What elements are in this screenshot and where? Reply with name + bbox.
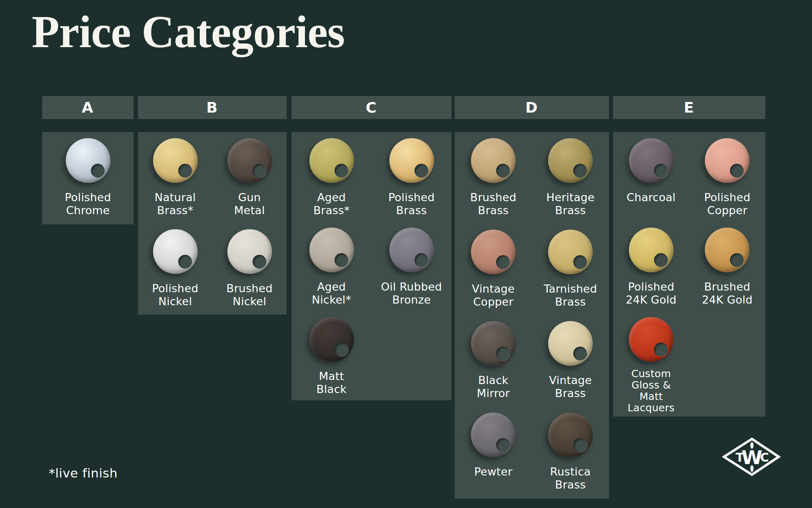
finish-swatch: [548, 321, 593, 366]
finish-cell: Polished Brass: [371, 132, 451, 221]
finish-cell: Matt Black: [292, 311, 371, 400]
finish-swatch: [389, 228, 434, 272]
finish-cell: Pewter: [455, 406, 532, 498]
finish-swatch: [153, 229, 198, 274]
category-panel-D: Brushed BrassHeritage BrassVintage Coppe…: [455, 132, 609, 499]
finish-swatch: [471, 412, 516, 457]
category-header-E: E: [613, 96, 765, 119]
finish-cell: Aged Nickel*: [292, 221, 371, 311]
finish-label: Rustica Brass: [550, 465, 591, 491]
page-title: Price Categories: [32, 9, 345, 54]
twc-logo: T W C: [722, 437, 781, 476]
finish-label: Polished Copper: [704, 191, 750, 217]
category-header-C: C: [292, 96, 451, 119]
swatch-hole: [178, 255, 192, 269]
finish-label: Charcoal: [626, 191, 676, 204]
swatch-hole: [178, 164, 192, 178]
finish-swatch: [153, 138, 198, 183]
category-header-A: A: [42, 96, 134, 119]
finish-swatch: [227, 229, 272, 274]
finish-swatch: [309, 138, 354, 183]
finish-swatch: [548, 412, 593, 457]
swatch-hole: [573, 347, 587, 360]
category-panel-C: Aged Brass*Polished BrassAged Nickel*Oil…: [292, 132, 451, 400]
swatch-hole: [496, 255, 510, 269]
finish-swatch: [629, 317, 674, 362]
finish-swatch: [705, 138, 749, 183]
finish-swatch: [227, 138, 272, 183]
finish-label: Tarnished Brass: [544, 282, 597, 308]
finish-label: Brushed 24K Gold: [702, 280, 753, 306]
finish-cell: Charcoal: [613, 132, 689, 221]
finish-label: Polished 24K Gold: [626, 280, 676, 306]
finish-cell: Custom Gloss & Matt Lacquers: [613, 311, 689, 414]
finish-cell: Oil Rubbed Bronze: [371, 221, 451, 311]
finish-swatch: [629, 228, 674, 272]
logo-letter-w: W: [741, 446, 762, 469]
finish-cell: Natural Brass*: [138, 132, 212, 223]
finish-cell: Gun Metal: [212, 132, 287, 223]
finish-label: Aged Nickel*: [312, 280, 351, 306]
category-panel-E: CharcoalPolished CopperPolished 24K Gold…: [613, 132, 765, 417]
finish-cell: Rustica Brass: [532, 406, 609, 498]
finish-swatch: [309, 317, 354, 362]
category-panel-B: Natural Brass*Gun MetalPolished NickelBr…: [138, 132, 287, 315]
finish-cell: Brushed Brass: [455, 132, 532, 224]
category-panel-A: Polished Chrome: [42, 132, 134, 224]
finish-label: Pewter: [474, 465, 512, 478]
finish-cell: Polished 24K Gold: [613, 221, 689, 311]
swatch-hole: [253, 164, 266, 178]
swatch-hole: [730, 253, 744, 267]
finish-label: Polished Brass: [388, 191, 434, 217]
finish-label: Vintage Brass: [549, 374, 592, 400]
swatch-hole: [730, 164, 744, 178]
finish-label: Polished Nickel: [152, 282, 198, 308]
finish-swatch: [471, 321, 516, 366]
finish-label: Black Mirror: [477, 374, 510, 400]
price-categories-board: Price Categories APolished ChromeBNatura…: [0, 0, 812, 508]
swatch-hole: [253, 255, 266, 269]
finish-cell: Tarnished Brass: [532, 224, 609, 315]
finish-label: Heritage Brass: [546, 191, 595, 217]
finish-label: Custom Gloss & Matt Lacquers: [628, 368, 675, 414]
swatch-hole: [415, 164, 428, 178]
swatch-hole: [654, 164, 668, 178]
finish-label: Brushed Brass: [470, 191, 516, 217]
finish-label: Brushed Nickel: [227, 282, 273, 308]
swatch-hole: [91, 164, 105, 178]
finish-label: Gun Metal: [234, 191, 265, 217]
swatch-hole: [573, 164, 587, 178]
swatch-hole: [335, 253, 348, 267]
finish-cell: Brushed Nickel: [212, 223, 287, 314]
finish-swatch: [309, 228, 354, 272]
category-header-D: D: [455, 96, 609, 119]
finish-cell: Polished Chrome: [42, 132, 134, 224]
finish-cell: Brushed 24K Gold: [689, 221, 766, 311]
finish-swatch: [629, 138, 674, 183]
finish-label: Aged Brass*: [313, 191, 350, 217]
swatch-hole: [573, 438, 587, 452]
category-header-B: B: [138, 96, 287, 119]
swatch-hole: [335, 343, 348, 356]
finish-cell: Polished Copper: [689, 132, 766, 221]
finish-cell: Polished Nickel: [138, 223, 212, 314]
finish-cell: Black Mirror: [455, 315, 532, 406]
swatch-hole: [496, 164, 510, 178]
finish-swatch: [705, 228, 749, 272]
finish-swatch: [471, 230, 516, 274]
finish-swatch: [548, 230, 593, 274]
finish-swatch: [548, 138, 593, 183]
swatch-hole: [415, 253, 428, 267]
swatch-hole: [654, 343, 668, 356]
logo-letter-c: C: [760, 450, 769, 465]
swatch-hole: [654, 253, 668, 267]
finish-label: Matt Black: [316, 370, 347, 396]
finish-label: Vintage Copper: [472, 282, 514, 308]
finish-swatch: [389, 138, 434, 183]
finish-cell: Aged Brass*: [292, 132, 371, 221]
finish-label: Polished Chrome: [65, 191, 111, 217]
finish-cell: Vintage Brass: [532, 315, 609, 406]
swatch-hole: [573, 255, 587, 269]
finish-swatch: [471, 138, 516, 183]
live-finish-footnote: *live finish: [49, 466, 118, 480]
